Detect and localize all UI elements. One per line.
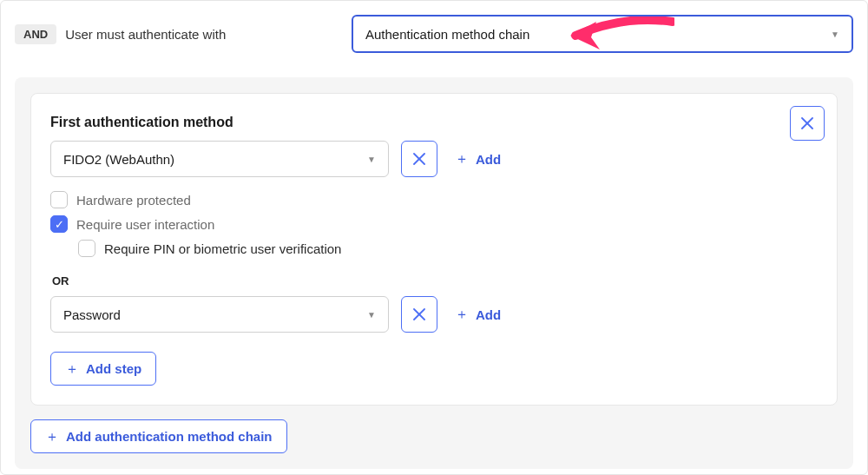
add-chain-button[interactable]: ＋ Add authentication method chain: [30, 419, 287, 453]
add-method-button[interactable]: ＋ Add: [450, 145, 506, 174]
chain-panel: First authentication method FIDO2 (WebAu…: [15, 77, 853, 469]
chevron-down-icon: ▼: [831, 30, 839, 39]
plus-icon: ＋: [45, 430, 59, 444]
auth-type-select[interactable]: Authentication method chain ▼: [352, 15, 853, 53]
auth-type-value: Authentication method chain: [365, 27, 529, 42]
option-require-pin-biometric[interactable]: ✓ Require PIN or biometric user verifica…: [78, 236, 818, 261]
add-label: Add: [476, 152, 501, 167]
remove-method-button[interactable]: [401, 296, 437, 333]
add-method-button[interactable]: ＋ Add: [450, 300, 506, 329]
plus-icon: ＋: [65, 362, 79, 376]
rule-label: User must authenticate with: [65, 27, 226, 42]
method-value: Password: [63, 307, 121, 322]
option-hardware-protected[interactable]: ✓ Hardware protected: [50, 188, 818, 212]
checkbox-checked-icon: ✓: [50, 215, 68, 233]
option-label: Require PIN or biometric user verificati…: [104, 241, 341, 256]
chain-heading: First authentication method: [50, 115, 818, 130]
add-chain-label: Add authentication method chain: [66, 429, 273, 444]
method-value: FIDO2 (WebAuthn): [63, 152, 174, 167]
option-label: Hardware protected: [76, 193, 191, 208]
or-separator: OR: [52, 274, 818, 287]
add-step-button[interactable]: ＋ Add step: [50, 352, 156, 386]
plus-icon: ＋: [455, 152, 469, 166]
chevron-down-icon: ▼: [367, 155, 376, 164]
option-label: Require user interaction: [76, 217, 214, 232]
method-select[interactable]: FIDO2 (WebAuthn) ▼: [50, 141, 389, 177]
close-icon: [413, 153, 425, 165]
chain-card: First authentication method FIDO2 (WebAu…: [30, 93, 838, 406]
checkbox-unchecked-icon: ✓: [50, 191, 68, 208]
plus-icon: ＋: [455, 307, 469, 321]
remove-method-button[interactable]: [401, 141, 437, 177]
method-select[interactable]: Password ▼: [50, 296, 389, 333]
checkbox-unchecked-icon: ✓: [78, 240, 95, 257]
add-label: Add: [476, 307, 501, 322]
close-icon: [801, 117, 813, 129]
remove-chain-button[interactable]: [790, 106, 825, 141]
add-step-label: Add step: [86, 361, 141, 376]
option-require-user-interaction[interactable]: ✓ Require user interaction: [50, 212, 818, 236]
and-operator-badge: AND: [15, 24, 56, 44]
chevron-down-icon: ▼: [367, 310, 376, 320]
close-icon: [413, 308, 425, 320]
